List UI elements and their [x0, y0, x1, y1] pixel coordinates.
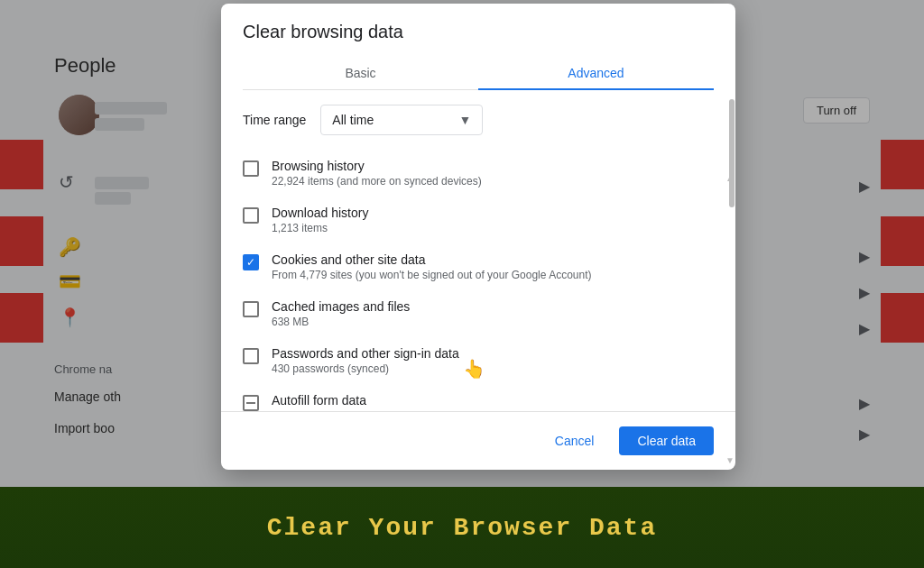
item-subtitle-browsing-history: 22,924 items (and more on synced devices…: [272, 175, 482, 188]
checkbox-passwords[interactable]: [243, 348, 259, 364]
checkbox-download-history[interactable]: [243, 207, 259, 224]
tab-basic[interactable]: Basic: [243, 57, 478, 89]
item-text-browsing-history: Browsing history 22,924 items (and more …: [272, 159, 482, 188]
item-autofill: Autofill form data: [243, 384, 714, 411]
bottom-banner: Clear Your Browser Data: [0, 487, 924, 568]
item-cookies: ✓ Cookies and other site data From 4,779…: [243, 243, 714, 290]
item-title-cookies: Cookies and other site data: [272, 252, 592, 267]
dialog-footer: Cancel Clear data: [221, 411, 735, 470]
checkbox-autofill[interactable]: [243, 395, 259, 411]
time-range-select[interactable]: All time ▼: [320, 105, 483, 135]
item-title-passwords: Passwords and other sign-in data: [272, 346, 459, 361]
partial-line: [246, 402, 255, 404]
banner-text: Clear Your Browser Data: [267, 514, 657, 542]
checkbox-cookies[interactable]: ✓: [243, 254, 259, 270]
item-subtitle-cached-images: 638 MB: [272, 316, 410, 328]
item-subtitle-passwords: 430 passwords (synced): [272, 362, 459, 375]
item-download-history: Download history 1,213 items: [243, 197, 714, 243]
item-subtitle-cookies: From 4,779 sites (you won't be signed ou…: [272, 269, 592, 281]
dialog-header: Clear browsing data: [221, 4, 735, 42]
item-title-autofill: Autofill form data: [272, 393, 366, 408]
cancel-button[interactable]: Cancel: [537, 426, 613, 455]
tab-advanced[interactable]: Advanced: [478, 57, 714, 89]
item-text-download-history: Download history 1,213 items: [272, 206, 368, 234]
time-range-row: Time range All time ▼: [221, 90, 735, 150]
item-title-download-history: Download history: [272, 206, 368, 220]
checkmark-icon: ✓: [246, 257, 255, 268]
item-text-autofill: Autofill form data: [272, 393, 366, 408]
clear-browsing-data-dialog: Clear browsing data Basic Advanced ▲ ▼ T…: [221, 4, 735, 470]
item-text-passwords: Passwords and other sign-in data 430 pas…: [272, 346, 459, 375]
dialog-tabs: Basic Advanced: [243, 57, 714, 90]
time-range-label: Time range: [243, 113, 306, 127]
dropdown-arrow-icon: ▼: [458, 113, 471, 127]
item-title-cached-images: Cached images and files: [272, 299, 410, 314]
checkbox-cached-images[interactable]: [243, 301, 259, 317]
item-subtitle-download-history: 1,213 items: [272, 222, 368, 234]
item-text-cached-images: Cached images and files 638 MB: [272, 299, 410, 328]
checkbox-browsing-history[interactable]: [243, 160, 259, 177]
scroll-arrow-up-icon: ▲: [725, 173, 735, 183]
item-title-browsing-history: Browsing history: [272, 159, 482, 173]
item-cached-images: Cached images and files 638 MB: [243, 290, 714, 337]
scroll-arrow-down-icon: ▼: [725, 455, 735, 465]
item-browsing-history: Browsing history 22,924 items (and more …: [243, 150, 714, 197]
clear-data-button[interactable]: Clear data: [619, 426, 714, 455]
dialog-title: Clear browsing data: [243, 22, 714, 42]
time-range-value: All time: [332, 113, 374, 127]
item-text-cookies: Cookies and other site data From 4,779 s…: [272, 252, 592, 281]
cursor-hand-icon: 👆: [463, 358, 485, 380]
